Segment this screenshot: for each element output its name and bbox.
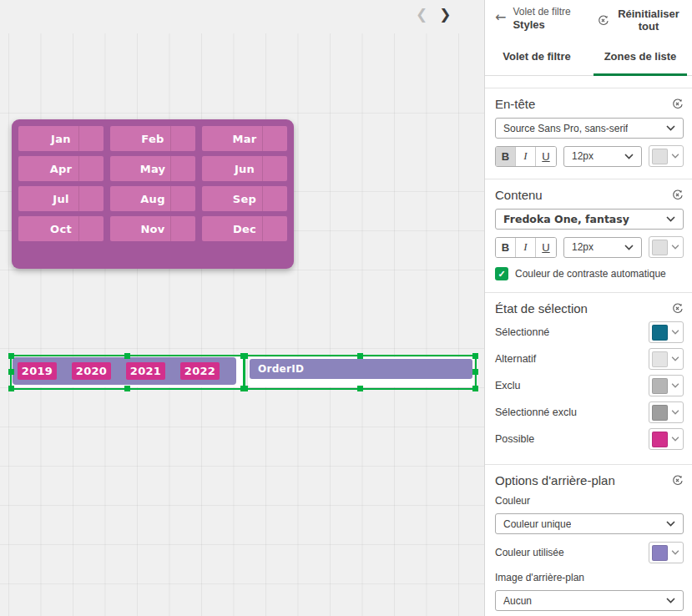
reset-section-icon[interactable] xyxy=(671,98,684,110)
color-swatch xyxy=(652,378,668,394)
checkbox-checked-icon[interactable]: ✓ xyxy=(495,267,508,280)
year-value[interactable]: 2022 xyxy=(180,362,220,380)
resize-handle[interactable] xyxy=(472,353,478,359)
alternative-color-picker[interactable] xyxy=(649,348,684,370)
header-font-size-select[interactable]: 12px xyxy=(563,146,642,167)
year-value[interactable]: 2019 xyxy=(18,362,57,380)
color-swatch xyxy=(652,149,668,164)
month-value[interactable]: Jul xyxy=(18,186,104,211)
year-value[interactable]: 2021 xyxy=(126,362,165,380)
chevron-down-icon xyxy=(666,216,675,222)
content-font-family-value: Fredoka One, fantasy xyxy=(503,213,629,225)
reset-section-icon[interactable] xyxy=(671,189,684,201)
resize-handle[interactable] xyxy=(124,353,130,359)
year-value[interactable]: 2020 xyxy=(72,362,111,380)
years-filter-pane[interactable]: 2019 2020 2021 2022 xyxy=(13,357,243,387)
color-swatch xyxy=(652,351,668,367)
month-value[interactable]: Jun xyxy=(202,156,287,181)
years-listbox: 2019 2020 2021 2022 xyxy=(13,357,236,385)
header-italic-button[interactable]: I xyxy=(516,147,536,166)
state-row-selected: Sélectionné xyxy=(495,319,684,346)
header-font-family-value: Source Sans Pro, sans-serif xyxy=(503,123,628,134)
orderid-listbox-header[interactable]: OrderID xyxy=(250,359,472,379)
month-value[interactable]: Mar xyxy=(202,126,287,151)
month-value[interactable]: Oct xyxy=(18,216,104,241)
header-font-color-picker[interactable] xyxy=(649,145,684,167)
panel-subtitle: Volet de filtre xyxy=(513,6,595,18)
chevron-down-icon xyxy=(666,598,675,603)
chevron-down-icon xyxy=(624,154,634,159)
resize-handle[interactable] xyxy=(357,386,363,391)
state-label: Sélectionné xyxy=(495,326,549,338)
chevron-down-icon xyxy=(624,245,634,250)
sheet-navigation: ❮ ❯ xyxy=(416,5,452,23)
header-style-buttons: B I U xyxy=(495,146,557,167)
month-grid: Jan Feb Mar Apr May Jun Jul Aug Sep Oct … xyxy=(18,126,287,241)
state-row-selected-excluded: Sélectionné exclu xyxy=(495,399,684,426)
resize-handle[interactable] xyxy=(124,386,130,391)
color-swatch xyxy=(652,545,668,561)
month-value[interactable]: Nov xyxy=(110,216,195,241)
background-color-mode-value: Couleur unique xyxy=(503,518,571,530)
prev-sheet-icon[interactable]: ❮ xyxy=(416,5,427,23)
chevron-down-icon xyxy=(666,125,675,131)
content-bold-button[interactable]: B xyxy=(496,238,516,257)
header-bold-button[interactable]: B xyxy=(496,147,516,166)
state-label: Sélectionné exclu xyxy=(495,406,577,418)
selected-color-picker[interactable] xyxy=(649,321,684,343)
month-value[interactable]: Aug xyxy=(110,186,195,211)
resize-handle[interactable] xyxy=(242,353,248,359)
color-swatch xyxy=(652,405,668,421)
reset-section-icon[interactable] xyxy=(671,302,684,315)
content-font-family-select[interactable]: Fredoka One, fantasy xyxy=(495,209,684,230)
excluded-color-picker[interactable] xyxy=(649,375,684,396)
content-font-color-picker[interactable] xyxy=(649,236,684,258)
header-underline-button[interactable]: U xyxy=(536,147,556,166)
background-image-value: Aucun xyxy=(503,595,532,607)
years-filter-pane-selection[interactable]: 2019 2020 2021 2022 xyxy=(10,355,245,390)
month-value[interactable]: Apr xyxy=(18,156,104,181)
content-italic-button[interactable]: I xyxy=(516,238,536,257)
orderid-filter-pane[interactable]: OrderID xyxy=(248,357,474,387)
chevron-down-icon xyxy=(671,245,679,250)
month-filter-pane[interactable]: Jan Feb Mar Apr May Jun Jul Aug Sep Oct … xyxy=(12,119,294,269)
orderid-filter-pane-selection[interactable]: OrderID xyxy=(244,355,477,390)
month-value[interactable]: Feb xyxy=(110,126,195,151)
state-row-possible: Possible xyxy=(495,426,684,452)
tab-zones-de-liste[interactable]: Zones de liste xyxy=(588,38,692,75)
next-sheet-icon[interactable]: ❯ xyxy=(439,5,451,23)
content-font-size-select[interactable]: 12px xyxy=(563,237,642,258)
tab-volet-de-filtre[interactable]: Volet de filtre xyxy=(485,38,588,75)
month-value[interactable]: Sep xyxy=(202,186,287,211)
resize-handle[interactable] xyxy=(8,369,14,375)
content-style-buttons: B I U xyxy=(495,237,557,258)
color-swatch xyxy=(652,325,668,341)
back-arrow-icon[interactable]: ← xyxy=(495,9,506,25)
reset-section-icon[interactable] xyxy=(671,474,684,487)
month-value[interactable]: Jan xyxy=(18,126,104,151)
resize-handle[interactable] xyxy=(357,353,363,359)
resize-handle[interactable] xyxy=(8,386,14,391)
content-underline-button[interactable]: U xyxy=(536,238,556,257)
panel-title-block: Volet de filtre Styles xyxy=(513,6,595,32)
reset-all-button[interactable]: Réinitialiser tout xyxy=(595,6,685,34)
state-row-excluded: Exclu xyxy=(495,372,684,399)
background-image-select[interactable]: Aucun xyxy=(495,590,684,611)
state-row-alternative: Alternatif xyxy=(495,346,684,372)
resize-handle[interactable] xyxy=(472,369,478,375)
header-font-size-value: 12px xyxy=(572,150,594,162)
auto-contrast-checkbox-row[interactable]: ✓ Couleur de contraste automatique xyxy=(495,267,684,280)
background-color-mode-select[interactable]: Couleur unique xyxy=(495,513,684,534)
chevron-down-icon xyxy=(666,521,675,527)
state-label: Possible xyxy=(495,433,534,445)
month-value[interactable]: May xyxy=(110,156,195,181)
month-value[interactable]: Dec xyxy=(202,216,287,241)
background-image-label: Image d'arrière-plan xyxy=(495,572,684,583)
possible-color-picker[interactable] xyxy=(649,428,684,450)
header-font-family-select[interactable]: Source Sans Pro, sans-serif xyxy=(495,118,684,139)
resize-handle[interactable] xyxy=(242,386,248,391)
used-color-picker[interactable] xyxy=(649,542,684,563)
resize-handle[interactable] xyxy=(472,386,478,391)
resize-handle[interactable] xyxy=(8,353,14,359)
selected-excluded-color-picker[interactable] xyxy=(649,401,684,423)
